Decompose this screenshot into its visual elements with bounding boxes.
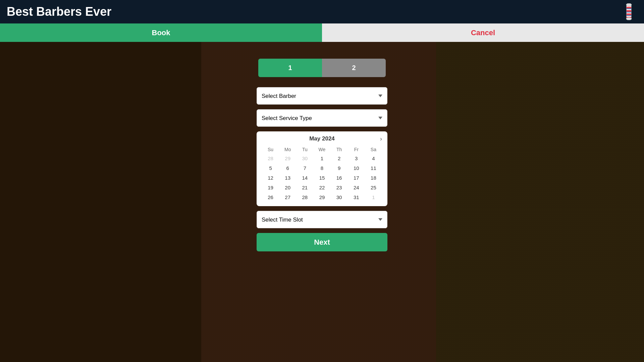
day-header-su: Su (262, 145, 279, 154)
calendar-week-row: 567891011 (262, 163, 382, 173)
calendar-week-row: 2627282930311 (262, 192, 382, 202)
calendar-day[interactable]: 30 (331, 192, 348, 202)
day-header-fr: Fr (348, 145, 365, 154)
calendar-day[interactable]: 24 (348, 183, 365, 192)
calendar-day: 28 (262, 154, 279, 163)
calendar-day[interactable]: 29 (313, 192, 330, 202)
calendar-day[interactable]: 4 (365, 154, 382, 163)
calendar-day: 29 (279, 154, 296, 163)
step-indicators: 1 2 (258, 59, 386, 77)
calendar-day[interactable]: 7 (296, 163, 313, 173)
calendar-day[interactable]: 22 (313, 183, 330, 192)
cancel-tab[interactable]: Cancel (322, 23, 644, 42)
barber-select[interactable]: Select Barber (257, 87, 387, 105)
calendar-day[interactable]: 31 (348, 192, 365, 202)
calendar-day[interactable]: 26 (262, 192, 279, 202)
svg-point-5 (626, 3, 632, 6)
step-1-button[interactable]: 1 (258, 59, 322, 77)
book-tab[interactable]: Book (0, 23, 322, 42)
calendar-day[interactable]: 3 (348, 154, 365, 163)
day-header-sa: Sa (365, 145, 382, 154)
calendar-day[interactable]: 25 (365, 183, 382, 192)
calendar-day[interactable]: 19 (262, 183, 279, 192)
calendar-title: May 2024 (309, 135, 335, 142)
step-2-button[interactable]: 2 (322, 59, 386, 77)
calendar-day[interactable]: 27 (279, 192, 296, 202)
calendar-day[interactable]: 28 (296, 192, 313, 202)
calendar-day[interactable]: 12 (262, 173, 279, 183)
svg-rect-1 (627, 4, 631, 19)
calendar-day: 1 (365, 192, 382, 202)
day-header-mo: Mo (279, 145, 296, 154)
main-content: 1 2 Select Barber Select Service Type Ma… (0, 42, 644, 251)
calendar-day[interactable]: 21 (296, 183, 313, 192)
header: Best Barbers Ever (0, 0, 644, 23)
calendar-week-row: 19202122232425 (262, 183, 382, 192)
calendar-day[interactable]: 8 (313, 163, 330, 173)
day-header-tu: Tu (296, 145, 313, 154)
day-header-th: Th (331, 145, 348, 154)
svg-point-6 (626, 17, 632, 20)
calendar-day: 30 (296, 154, 313, 163)
calendar-day[interactable]: 11 (365, 163, 382, 173)
calendar-day[interactable]: 1 (313, 154, 330, 163)
calendar-day[interactable]: 17 (348, 173, 365, 183)
calendar-day[interactable]: 14 (296, 173, 313, 183)
service-type-select[interactable]: Select Service Type (257, 109, 387, 127)
app-title: Best Barbers Ever (7, 5, 111, 19)
calendar-next-button[interactable]: › (380, 135, 382, 142)
calendar-days-header: Su Mo Tu We Th Fr Sa (262, 145, 382, 154)
day-header-we: We (313, 145, 330, 154)
calendar-day[interactable]: 10 (348, 163, 365, 173)
time-slot-select[interactable]: Select Time Slot (257, 211, 387, 228)
calendar-day[interactable]: 9 (331, 163, 348, 173)
calendar-day[interactable]: 6 (279, 163, 296, 173)
calendar-day[interactable]: 20 (279, 183, 296, 192)
calendar-day[interactable]: 16 (331, 173, 348, 183)
calendar-grid: Su Mo Tu We Th Fr Sa 2829301234567891011… (262, 145, 382, 202)
calendar-week-row: 12131415161718 (262, 173, 382, 183)
calendar-day[interactable]: 23 (331, 183, 348, 192)
calendar-header: May 2024 › (262, 135, 382, 142)
calendar-day[interactable]: 18 (365, 173, 382, 183)
nav-tabs: Book Cancel (0, 23, 644, 42)
calendar-day[interactable]: 13 (279, 173, 296, 183)
calendar-day[interactable]: 2 (331, 154, 348, 163)
next-button[interactable]: Next (257, 233, 387, 251)
calendar: May 2024 › Su Mo Tu We Th Fr Sa 28293 (257, 131, 387, 206)
booking-form: Select Barber Select Service Type May 20… (257, 87, 387, 251)
calendar-week-row: 2829301234 (262, 154, 382, 163)
barber-pole-icon (621, 3, 637, 20)
calendar-day[interactable]: 15 (313, 173, 330, 183)
calendar-day[interactable]: 5 (262, 163, 279, 173)
